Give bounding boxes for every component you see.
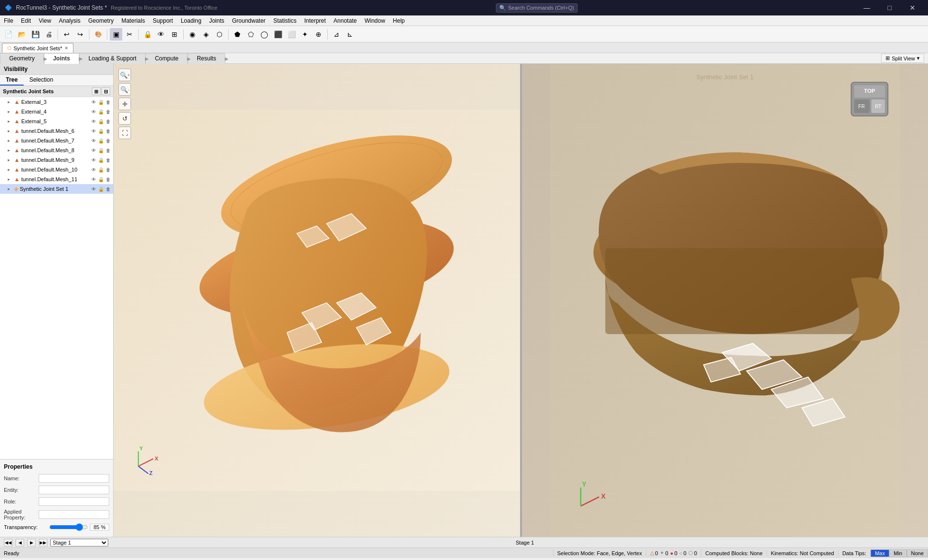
stage-select[interactable]: Stage 1 — [50, 539, 108, 546]
lock-icon[interactable]: 🔒 — [98, 167, 104, 172]
tree-item[interactable]: ▸ ▲ External_4 👁 🔒 🗑 — [0, 107, 113, 116]
menu-item-loading[interactable]: Loading — [177, 16, 205, 25]
visibility-icon[interactable]: 👁 — [91, 177, 97, 182]
minimize-button[interactable]: — — [856, 0, 878, 15]
tip-none-button[interactable]: None — [907, 549, 928, 557]
pan-button[interactable]: ✛ — [118, 98, 131, 110]
tool1-button[interactable]: ⬟ — [231, 28, 244, 41]
expand-all-button[interactable]: ⊞ — [92, 87, 101, 95]
zoom-in-button[interactable]: 🔍+ — [118, 69, 131, 81]
undo-button[interactable]: ↩ — [60, 28, 73, 41]
shape2-button[interactable]: ◈ — [200, 28, 212, 41]
lock-icon[interactable]: 🔒 — [98, 187, 104, 192]
lock-icon[interactable]: 🔒 — [98, 119, 104, 124]
menu-item-geometry[interactable]: Geometry — [85, 16, 118, 25]
nav-last-button[interactable]: ▶▶ — [39, 539, 47, 546]
tool7-button[interactable]: ⊕ — [312, 28, 325, 41]
delete-icon[interactable]: 🗑 — [105, 167, 111, 172]
tip-min-button[interactable]: Min — [889, 549, 907, 557]
delete-icon[interactable]: 🗑 — [105, 177, 111, 182]
split-view-button[interactable]: ⊞ Split View ▾ — [881, 54, 924, 63]
tree-item[interactable]: ▸ ◈ Synthetic Joint Set 1 👁 🔒 🗑 — [0, 184, 113, 194]
lock-icon[interactable]: 🔒 — [98, 138, 104, 144]
tool6-button[interactable]: ✦ — [299, 28, 311, 41]
stage-selector[interactable]: Stage 1 — [50, 539, 123, 546]
delete-icon[interactable]: 🗑 — [105, 109, 111, 115]
tree-item[interactable]: ▸ ▲ tunnel.Default.Mesh_9 👁 🔒 🗑 — [0, 155, 113, 165]
menu-item-view[interactable]: View — [35, 16, 55, 25]
viewport-left[interactable]: X Y Z 🔍+ 🔍- ✛ ↺ ⛶ — [114, 64, 520, 537]
lock-icon[interactable]: 🔒 — [98, 129, 104, 134]
delete-icon[interactable]: 🗑 — [105, 158, 111, 163]
tab-results[interactable]: Results — [188, 53, 225, 64]
lock-button[interactable]: 🔒 — [141, 28, 154, 41]
nav-next-button[interactable]: ▶ — [27, 539, 36, 546]
sidebar-tab-tree[interactable]: Tree — [0, 75, 24, 86]
select-button[interactable]: ▣ — [110, 28, 122, 41]
tree-item[interactable]: ▸ ▲ External_5 👁 🔒 🗑 — [0, 116, 113, 126]
visibility-icon[interactable]: 👁 — [91, 167, 97, 172]
menu-item-file[interactable]: File — [0, 16, 17, 25]
tool2-button[interactable]: ⬠ — [245, 28, 257, 41]
tab-compute[interactable]: Compute — [145, 53, 188, 64]
tab-loading[interactable]: Loading & Support — [79, 53, 145, 64]
prop-role-input[interactable] — [39, 497, 109, 506]
visibility-icon[interactable]: 👁 — [91, 119, 97, 124]
lock-icon[interactable]: 🔒 — [98, 158, 104, 163]
tree-item[interactable]: ▸ ▲ tunnel.Default.Mesh_10 👁 🔒 🗑 — [0, 165, 113, 174]
doc-tab-synthetic[interactable]: ⬡ Synthetic Joint Sets* ✕ — [2, 43, 73, 53]
tip-max-button[interactable]: Max — [870, 549, 889, 557]
tab-geometry[interactable]: Geometry — [0, 53, 44, 64]
save-button[interactable]: 💾 — [29, 28, 42, 41]
sidebar-tab-selection[interactable]: Selection — [24, 75, 59, 86]
visibility-icon[interactable]: 👁 — [91, 138, 97, 144]
lock-icon[interactable]: 🔒 — [98, 109, 104, 115]
rotate-button[interactable]: ↺ — [118, 112, 131, 125]
tree-item[interactable]: ▸ ▲ tunnel.Default.Mesh_11 👁 🔒 🗑 — [0, 174, 113, 184]
delete-icon[interactable]: 🗑 — [105, 148, 111, 153]
collapse-all-button[interactable]: ⊟ — [102, 87, 110, 95]
tree-item[interactable]: ▸ ▲ tunnel.Default.Mesh_7 👁 🔒 🗑 — [0, 136, 113, 145]
visibility-icon[interactable]: 👁 — [91, 187, 97, 192]
transparency-slider[interactable] — [49, 523, 88, 531]
search-box[interactable]: 🔍 Search Commands (Ctrl+Q) — [496, 3, 578, 13]
menu-item-materials[interactable]: Materials — [117, 16, 149, 25]
delete-icon[interactable]: 🗑 — [105, 187, 111, 192]
visibility-icon[interactable]: 👁 — [91, 129, 97, 134]
delete-icon[interactable]: 🗑 — [105, 138, 111, 144]
prop-applied-input[interactable] — [39, 510, 109, 519]
fit-button[interactable]: ⛶ — [118, 127, 131, 139]
redo-button[interactable]: ↪ — [74, 28, 87, 41]
shape-button[interactable]: ◉ — [186, 28, 199, 41]
delete-icon[interactable]: 🗑 — [105, 119, 111, 124]
delete-icon[interactable]: 🗑 — [105, 100, 111, 105]
nav-prev-button[interactable]: ◀ — [15, 539, 24, 546]
menu-item-interpret[interactable]: Interpret — [300, 16, 330, 25]
transparency-value[interactable] — [90, 524, 109, 531]
menu-item-statistics[interactable]: Statistics — [269, 16, 300, 25]
menu-item-groundwater[interactable]: Groundwater — [228, 16, 269, 25]
view2-button[interactable]: ⊞ — [168, 28, 181, 41]
open-button[interactable]: 📂 — [15, 28, 28, 41]
menu-item-edit[interactable]: Edit — [17, 16, 35, 25]
doc-tab-close[interactable]: ✕ — [64, 45, 68, 51]
menu-item-annotate[interactable]: Annotate — [330, 16, 361, 25]
new-button[interactable]: 📄 — [2, 28, 14, 41]
visibility-icon[interactable]: 👁 — [91, 109, 97, 115]
menu-item-analysis[interactable]: Analysis — [55, 16, 85, 25]
tree-item[interactable]: ▸ ▲ External_3 👁 🔒 🗑 — [0, 97, 113, 107]
zoom-out-button[interactable]: 🔍- — [118, 83, 131, 96]
print-button[interactable]: 🖨 — [43, 28, 55, 41]
menu-item-support[interactable]: Support — [149, 16, 177, 25]
menu-item-help[interactable]: Help — [389, 16, 409, 25]
shape3-button[interactable]: ⬡ — [213, 28, 226, 41]
close-button[interactable]: ✕ — [901, 0, 923, 15]
nav-first-button[interactable]: ◀◀ — [4, 539, 13, 546]
tool8-button[interactable]: ⊿ — [330, 28, 343, 41]
menu-item-window[interactable]: Window — [361, 16, 389, 25]
tree-item[interactable]: ▸ ▲ tunnel.Default.Mesh_8 👁 🔒 🗑 — [0, 145, 113, 155]
select2-button[interactable]: ✂ — [123, 28, 136, 41]
view-button[interactable]: 👁 — [155, 28, 167, 41]
tree-item[interactable]: ▸ ▲ tunnel.Default.Mesh_6 👁 🔒 🗑 — [0, 126, 113, 136]
visibility-icon[interactable]: 👁 — [91, 148, 97, 153]
